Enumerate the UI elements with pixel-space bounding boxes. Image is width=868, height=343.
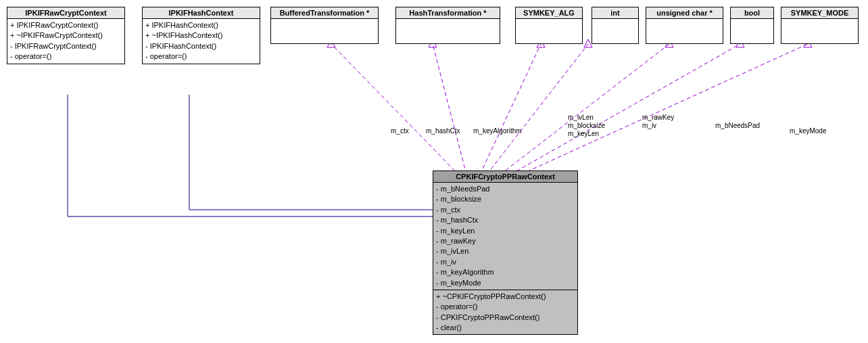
m-key-mode-label: m_keyMode (790, 127, 826, 135)
symkey-alg-title: SYMKEY_ALG (523, 9, 575, 17)
symkey-alg-body (516, 19, 582, 39)
svg-line-12 (480, 44, 541, 175)
hash-transformation-title: HashTransformation * (409, 9, 486, 17)
hash-method-1: + IPKIFHashContext() (145, 20, 257, 30)
ipkif-hash-context-header: IPKIFHashContext (143, 7, 260, 19)
svg-line-8 (331, 44, 460, 176)
attr-8: - m_iv (436, 257, 575, 267)
ipkif-hash-context-title: IPKIFHashContext (169, 9, 234, 17)
symkey-mode-title: SYMKEY_MODE (791, 9, 849, 17)
int-box: int (592, 7, 639, 44)
m-blocksize-label: m_blocksize (568, 122, 605, 129)
attr-5: - m_keyLen (436, 226, 575, 236)
m-raw-key-label: m_rawKey (642, 114, 674, 121)
diagram-container: IPKIFRawCryptContext + IPKIFRawCryptCont… (0, 0, 868, 343)
buffered-transformation-header: BufferedTransformation * (271, 7, 378, 19)
ipkif-raw-crypt-context-title: IPKIFRawCryptContext (25, 9, 106, 17)
m-key-algorithm-label: m_keyAlgorithm (473, 127, 522, 135)
method-1: + IPKIFRawCryptContext() (10, 20, 122, 30)
symkey-alg-box: SYMKEY_ALG (515, 7, 583, 44)
attr-9: - m_keyAlgorithm (436, 267, 575, 277)
attr-6: - m_rawKey (436, 236, 575, 246)
unsigned-char-header: unsigned char * (646, 7, 723, 19)
ipkif-hash-context-box: IPKIFHashContext + IPKIFHashContext() + … (142, 7, 260, 64)
symkey-mode-body (781, 19, 858, 39)
svg-line-18 (510, 44, 740, 175)
cpkif-attributes-section: - m_bNeedsPad - m_blocksize - m_ctx - m_… (433, 183, 577, 290)
m-key-len-label: m_keyLen (568, 130, 599, 137)
attr-7: - m_ivLen (436, 246, 575, 256)
buffered-transformation-body (271, 19, 378, 39)
attr-1: - m_bNeedsPad (436, 184, 575, 194)
cpkif-method-4: - clear() (436, 323, 575, 333)
bool-body (731, 19, 773, 39)
ipkif-raw-crypt-context-box: IPKIFRawCryptContext + IPKIFRawCryptCont… (7, 7, 125, 64)
cpkif-crypto-pp-raw-context-box: CPKIFCryptoPPRawContext - m_bNeedsPad - … (433, 170, 578, 335)
int-header: int (592, 7, 638, 19)
symkey-alg-header: SYMKEY_ALG (516, 7, 582, 19)
ipkif-raw-crypt-context-header: IPKIFRawCryptContext (7, 7, 124, 19)
m-b-needs-pad-label: m_bNeedsPad (715, 122, 760, 129)
attr-2: - m_blocksize (436, 194, 575, 204)
svg-line-10 (433, 44, 466, 175)
symkey-mode-header: SYMKEY_MODE (781, 7, 858, 19)
symkey-mode-box: SYMKEY_MODE (781, 7, 859, 44)
hash-method-3: - IPKIFHashContext() (145, 41, 257, 51)
cpkif-crypto-pp-raw-context-title: CPKIFCryptoPPRawContext (456, 173, 555, 181)
method-4: - operator=() (10, 51, 122, 62)
attr-4: - m_hashCtx (436, 215, 575, 225)
hash-method-2: + ~IPKIFHashContext() (145, 30, 257, 41)
m-iv-label: m_iv (642, 122, 656, 129)
hash-method-4: - operator=() (145, 51, 257, 62)
unsigned-char-title: unsigned char * (656, 9, 713, 17)
buffered-transformation-title: BufferedTransformation * (280, 9, 370, 17)
hash-transformation-body (396, 19, 500, 39)
int-body (592, 19, 638, 39)
bool-box: bool (730, 7, 774, 44)
method-3: - IPKIFRawCryptContext() (10, 41, 122, 51)
cpkif-methods-section: + ~CPKIFCryptoPPRawContext() - operator=… (433, 290, 577, 335)
m-hash-ctx-label: m_hashCtx (426, 127, 460, 135)
unsigned-char-box: unsigned char * (646, 7, 723, 44)
buffered-transformation-box: BufferedTransformation * (270, 7, 379, 44)
svg-line-20 (521, 44, 808, 175)
m-ctx-label: m_ctx (391, 127, 409, 135)
cpkif-method-3: - CPKIFCryptoPPRawContext() (436, 313, 575, 323)
int-title: int (610, 9, 619, 17)
cpkif-crypto-pp-raw-context-header: CPKIFCryptoPPRawContext (433, 171, 577, 183)
unsigned-char-body (646, 19, 723, 39)
bool-header: bool (731, 7, 773, 19)
method-2: + ~IPKIFRawCryptContext() (10, 30, 122, 41)
bool-title: bool (744, 9, 760, 17)
hash-transformation-header: HashTransformation * (396, 7, 500, 19)
hash-transformation-box: HashTransformation * (395, 7, 500, 44)
m-iv-len-label: m_ivLen (568, 114, 594, 121)
ipkif-raw-crypt-context-methods: + IPKIFRawCryptContext() + ~IPKIFRawCryp… (7, 19, 124, 64)
attr-10: - m_keyMode (436, 278, 575, 288)
attr-3: - m_ctx (436, 205, 575, 215)
cpkif-method-1: + ~CPKIFCryptoPPRawContext() (436, 292, 575, 302)
svg-line-16 (500, 44, 669, 175)
ipkif-hash-context-methods: + IPKIFHashContext() + ~IPKIFHashContext… (143, 19, 260, 64)
cpkif-method-2: - operator=() (436, 302, 575, 312)
svg-line-14 (487, 44, 588, 175)
